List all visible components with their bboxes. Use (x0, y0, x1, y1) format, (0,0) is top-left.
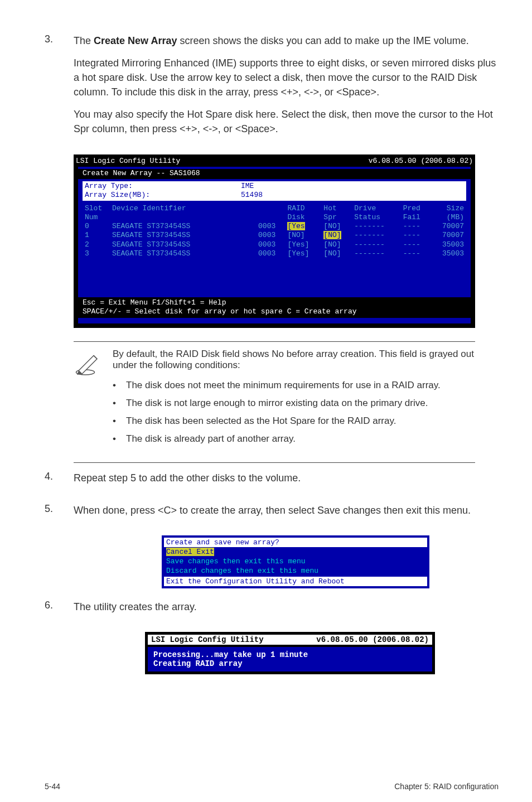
step-number: 6. (45, 600, 74, 622)
bios-foot1: Esc = Exit Menu F1/Shift+1 = Help (83, 298, 466, 307)
step-number: 5. (45, 503, 74, 525)
step3-para3: You may also specify the Hot Spare disk … (74, 107, 499, 136)
step-number: 4. (45, 471, 74, 493)
save-opt1[interactable]: Save changes then exit this menu (164, 557, 427, 566)
save-foot: Exit the Configuration Utility and Reboo… (164, 577, 427, 586)
table-row: 1SEAGATE ST373454SS0003[NO][NO]---------… (83, 231, 466, 240)
bios-foot2: SPACE/+/- = Select disk for array or hot… (83, 307, 466, 316)
step-number: 3. (45, 33, 74, 144)
table-row: 2SEAGATE ST373454SS0003[Yes][NO]--------… (83, 240, 466, 249)
chapter-title: Chapter 5: RAID configuration (272, 782, 499, 791)
bios-disk-table: Slot Device Identifier RAID Hot Drive Pr… (83, 204, 466, 259)
bios-version: v6.08.05.00 (2006.08.02) (274, 157, 473, 166)
save-dialog: Create and save new array? Cancel Exit S… (162, 535, 429, 588)
proc-line1: Processing...may take up 1 minute (153, 650, 427, 659)
note-bullet-1: The disk does not meet the minimum requi… (126, 380, 441, 391)
table-row: 3SEAGATE ST373454SS0003[Yes][NO]--------… (83, 249, 466, 258)
note-bullet-4: The disk is already part of another arra… (126, 433, 296, 445)
note-bullet-3: The disk has been selected as the Hot Sp… (126, 416, 396, 427)
save-cancel[interactable]: Cancel Exit (166, 548, 214, 556)
step3-para2: Integrated Mirroring Enhanced (IME) supp… (74, 56, 499, 99)
processing-box: LSI Logic Config Utility v6.08.05.00 (20… (145, 632, 435, 674)
table-row: 0SEAGATE ST373454SS0003[Yes[NO]---------… (83, 222, 466, 231)
bios-title: LSI Logic Config Utility (76, 157, 274, 166)
page-number: 5-44 (45, 782, 272, 791)
proc-title: LSI Logic Config Utility (151, 635, 316, 644)
step6-para: The utility creates the array. (74, 600, 499, 614)
bios-screen: LSI Logic Config Utility v6.08.05.00 (20… (74, 154, 475, 328)
step5-para: When done, press <C> to create the array… (74, 503, 499, 518)
proc-version: v6.08.05.00 (2006.08.02) (316, 635, 429, 644)
note-lead: By default, the RAID Disk field shows No… (113, 349, 499, 371)
step4-para: Repeat step 5 to add the other disks to … (74, 471, 499, 485)
bios-subtitle: Create New Array -- SAS1068 (78, 169, 471, 179)
proc-line2: Creating RAID array (153, 659, 427, 668)
save-title: Create and save new array? (164, 538, 427, 547)
array-type-row: Array Type: Array Size(MB): IME 51498 (83, 181, 466, 201)
step3-para1: The Create New Array screen shows the di… (74, 33, 499, 48)
note-pencil-icon (74, 342, 113, 451)
save-opt2[interactable]: Discard changes then exit this menu (164, 566, 427, 576)
note-bullet-2: The disk is not large enough to mirror e… (126, 398, 428, 409)
